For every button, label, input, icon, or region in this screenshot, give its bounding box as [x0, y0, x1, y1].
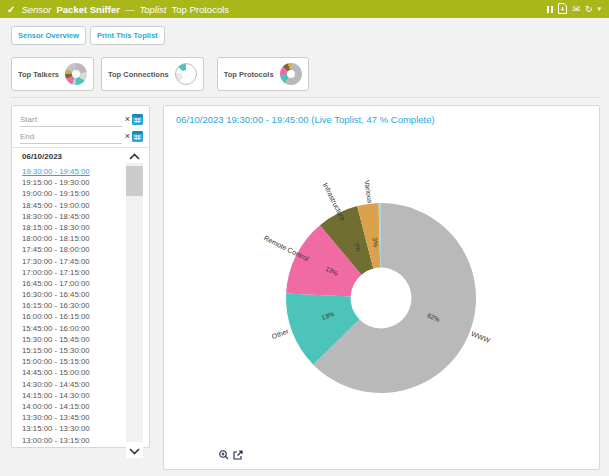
pause-icon[interactable]	[547, 6, 553, 13]
scrollbar-thumb[interactable]	[126, 166, 143, 196]
time-interval-item[interactable]: 14:15:00 - 14:30:00	[22, 390, 117, 401]
slice-name-label: WWW	[470, 330, 491, 344]
clear-end-icon[interactable]: ×	[125, 132, 130, 141]
time-interval-item[interactable]: 17:30:00 - 17:45:00	[22, 256, 117, 267]
time-interval-item[interactable]: 17:45:00 - 18:00:00	[22, 244, 117, 255]
toplist-name: Top Protocols	[171, 4, 229, 15]
toplist-tabs: Top TalkersTop ConnectionsTop Protocols	[11, 57, 316, 91]
time-interval-item[interactable]: 18:30:00 - 18:45:00	[22, 211, 117, 222]
calendar-end-icon[interactable]	[132, 131, 143, 142]
time-interval-item[interactable]: 18:00:00 - 18:15:00	[22, 233, 117, 244]
calendar-start-icon[interactable]	[132, 114, 143, 125]
clear-start-icon[interactable]: ×	[125, 115, 130, 124]
time-interval-item[interactable]: 13:30:00 - 13:45:00	[22, 412, 117, 423]
section-divider	[11, 97, 600, 98]
time-interval-item[interactable]: 18:45:00 - 19:00:00	[22, 200, 117, 211]
time-interval-item[interactable]: 16:15:00 - 16:30:00	[22, 300, 117, 311]
sensor-overview-button[interactable]: Sensor Overview	[11, 26, 86, 45]
scroll-down-icon[interactable]	[126, 444, 143, 458]
tab-label: Top Talkers	[18, 70, 59, 79]
zoom-in-icon[interactable]	[219, 450, 229, 460]
time-interval-item[interactable]: 15:15:00 - 15:30:00	[22, 345, 117, 356]
prtg-toplist-page: ✓ Sensor Packet Sniffer — Toplist Top Pr…	[0, 0, 609, 476]
pie-hole	[182, 70, 190, 78]
caret-down-icon[interactable]: ▾	[597, 5, 601, 13]
report-icon[interactable]	[558, 3, 567, 16]
slice-name-label: Various	[363, 180, 373, 204]
tab-label: Top Protocols	[224, 70, 274, 79]
refresh-icon[interactable]: ↻	[585, 5, 593, 14]
mini-pie-icon	[65, 63, 87, 85]
timerange-panel: Start × End × 06/10/2023 19:30:00 - 19:4…	[11, 105, 150, 448]
toplist-label: Toplist	[139, 4, 166, 15]
toplist-chart-panel: 06/10/2023 19:30:00 - 19:45:00 (Live Top…	[163, 105, 600, 470]
tab-top-talkers[interactable]: Top Talkers	[11, 57, 94, 91]
scrollbar[interactable]	[126, 150, 143, 442]
filter-divider	[12, 147, 149, 148]
chart-title: 06/10/2023 19:30:00 - 19:45:00 (Live Top…	[176, 114, 435, 125]
slice-percent-label: 3%	[372, 237, 380, 247]
time-interval-item[interactable]: 16:30:00 - 16:45:00	[22, 289, 117, 300]
end-date-row: End ×	[20, 129, 143, 144]
end-date-input[interactable]: End	[20, 130, 122, 144]
time-interval-item[interactable]: 16:00:00 - 16:15:00	[22, 311, 117, 322]
status-ok-icon: ✓	[7, 4, 15, 15]
start-date-row: Start ×	[20, 112, 143, 127]
tab-top-protocols[interactable]: Top Protocols	[217, 57, 309, 91]
time-interval-item[interactable]: 19:15:00 - 19:30:00	[22, 177, 117, 188]
time-interval-item[interactable]: 15:30:00 - 15:45:00	[22, 334, 117, 345]
time-interval-item[interactable]: 13:00:00 - 13:15:00	[22, 435, 117, 446]
open-external-icon[interactable]	[233, 450, 243, 460]
mini-pie-icon	[175, 63, 197, 85]
slice-name-label: Other	[271, 327, 290, 340]
time-interval-item[interactable]: 19:00:00 - 19:15:00	[22, 188, 117, 199]
email-icon[interactable]: ✉	[572, 5, 580, 14]
start-date-input[interactable]: Start	[20, 113, 122, 127]
time-interval-item[interactable]: 15:00:00 - 15:15:00	[22, 356, 117, 367]
time-interval-item[interactable]: 17:00:00 - 17:15:00	[22, 267, 117, 278]
toolbar: Sensor Overview Print This Toplist	[11, 26, 165, 45]
protocol-donut-chart: 62%WWW13%Other13%Remote Control7%Infrast…	[164, 134, 601, 444]
time-interval-item[interactable]: 16:45:00 - 17:00:00	[22, 278, 117, 289]
sensor-label: Sensor	[21, 4, 51, 15]
time-interval-item[interactable]: 19:30:00 - 19:45:00	[22, 166, 117, 177]
mini-pie-icon	[280, 63, 302, 85]
scroll-up-icon[interactable]	[126, 149, 143, 163]
date-header: 06/10/2023	[22, 152, 62, 161]
time-interval-item[interactable]: 18:15:00 - 18:30:00	[22, 222, 117, 233]
time-interval-list: 19:30:00 - 19:45:0019:15:00 - 19:30:0019…	[22, 166, 117, 446]
pie-hole	[72, 70, 80, 78]
header-dash: —	[125, 4, 135, 15]
time-interval-item[interactable]: 14:45:00 - 15:00:00	[22, 367, 117, 378]
print-toplist-button[interactable]: Print This Toplist	[90, 26, 165, 45]
tab-label: Top Connections	[108, 70, 169, 79]
tab-top-connections[interactable]: Top Connections	[101, 57, 204, 91]
time-interval-item[interactable]: 15:45:00 - 16:00:00	[22, 323, 117, 334]
chart-actions	[219, 450, 243, 460]
pie-hole	[287, 70, 295, 78]
sensor-name: Packet Sniffer	[57, 4, 120, 15]
time-interval-item[interactable]: 14:00:00 - 14:15:00	[22, 401, 117, 412]
sensor-header-bar: ✓ Sensor Packet Sniffer — Toplist Top Pr…	[0, 0, 609, 18]
time-interval-item[interactable]: 13:15:00 - 13:30:00	[22, 423, 117, 434]
time-interval-item[interactable]: 14:30:00 - 14:45:00	[22, 379, 117, 390]
